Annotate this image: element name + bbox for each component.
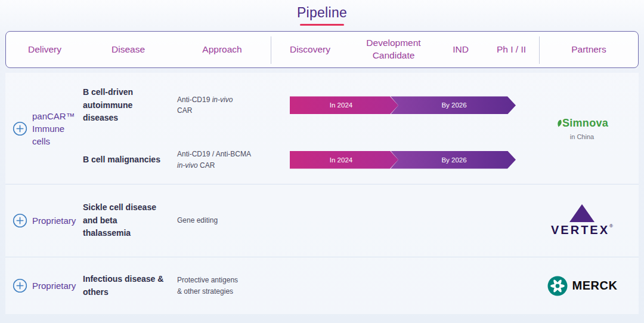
page-title: Pipeline (297, 5, 347, 21)
merck-circle-icon (547, 275, 568, 297)
program-cell: Proprietary (5, 278, 83, 293)
approach-line: Protective antigens (177, 275, 274, 286)
program-label: panCAR™ Immune cells (32, 110, 82, 147)
approach-line: in-vivo CAR (177, 160, 274, 171)
approach-text: Gene editing (166, 215, 280, 226)
disease-label: B cell malignancies (83, 153, 166, 167)
title-block: Pipeline (5, 0, 639, 31)
disease-label: B cell-driven autoimmune diseases (83, 86, 166, 125)
pipeline-row: B cell-driven autoimmune diseases Anti-C… (83, 86, 525, 125)
pipeline-row: B cell malignancies Anti-CD19 / Anti-BCM… (83, 149, 525, 171)
vertex-wordmark: VERTEX (551, 223, 609, 236)
vertex-logo: VERTEX® (551, 204, 613, 237)
program-cell: panCAR™ Immune cells (5, 110, 83, 147)
milestone-bar-by-2026: By 2026 (391, 151, 516, 169)
column-header-approach: Approach (173, 44, 271, 56)
entries: Sickle cell disease and beta thalassemia… (83, 189, 525, 252)
column-header-delivery: Delivery (6, 44, 83, 56)
pipeline-row: Infectious disease & others Protective a… (83, 273, 525, 299)
merck-wordmark: MERCK (572, 279, 618, 293)
approach-line: Anti-CD19 / Anti-BCMA (177, 149, 274, 160)
triangle-icon (569, 204, 595, 222)
pipeline-body: panCAR™ Immune cells B cell-driven autoi… (5, 73, 639, 314)
partner-cell: Simnova in China (525, 117, 639, 140)
approach-line: Anti-CD19 in-vivo (177, 94, 274, 106)
expand-plus-icon[interactable] (13, 213, 27, 228)
column-header-ind: IND (438, 44, 483, 56)
simnova-wordmark: Simnova (556, 117, 608, 130)
approach-line: & other strategies (177, 286, 274, 297)
pipeline-row-group-infectious: Proprietary Infectious disease & others … (5, 257, 639, 314)
partner-cell: MERCK (525, 275, 639, 297)
merck-logo: MERCK (547, 275, 618, 297)
approach-text: Anti-CD19 / Anti-BCMA in-vivo CAR (166, 149, 280, 171)
expand-plus-icon[interactable] (13, 121, 27, 136)
milestone-bar-in-2024: In 2024 (290, 96, 398, 114)
disease-label: Sickle cell disease and beta thalassemia (83, 201, 166, 240)
approach-line: Gene editing (177, 215, 274, 226)
title-underline (300, 24, 344, 26)
entries: B cell-driven autoimmune diseases Anti-C… (83, 74, 525, 183)
column-header-development-candidate: Development Candidate (349, 37, 438, 62)
column-header-partners: Partners (540, 44, 638, 56)
pipeline-row-group-pancar: panCAR™ Immune cells B cell-driven autoi… (5, 73, 639, 184)
program-label: Proprietary (32, 214, 76, 227)
simnova-logo: Simnova in China (556, 117, 608, 140)
timeline-track: In 2024 By 2026 (280, 96, 525, 114)
pipeline-row: Sickle cell disease and beta thalassemia… (83, 201, 525, 240)
entries: Infectious disease & others Protective a… (83, 261, 525, 310)
program-cell: Proprietary (5, 213, 83, 228)
pipeline-row-group-sickle-cell: Proprietary Sickle cell disease and beta… (5, 184, 639, 257)
program-label: Proprietary (32, 279, 76, 292)
column-header-ph-i-ii: Ph I / II (483, 44, 540, 56)
partner-note: in China (556, 133, 608, 140)
milestone-bar-by-2026: By 2026 (391, 96, 516, 114)
column-header-discovery: Discovery (271, 44, 349, 56)
pipeline-header: Delivery Disease Approach Discovery Deve… (5, 31, 639, 68)
milestone-bar-in-2024: In 2024 (290, 151, 398, 169)
partner-cell: VERTEX® (525, 204, 639, 237)
registered-mark: ® (609, 223, 613, 229)
pipeline-page: Pipeline Delivery Disease Approach Disco… (5, 0, 639, 314)
approach-line: CAR (177, 105, 274, 116)
approach-text: Anti-CD19 in-vivo CAR (166, 94, 280, 116)
expand-plus-icon[interactable] (13, 278, 27, 293)
approach-text: Protective antigens & other strategies (166, 275, 280, 297)
column-header-disease: Disease (83, 44, 173, 56)
timeline-track: In 2024 By 2026 (280, 151, 525, 169)
disease-label: Infectious disease & others (83, 273, 166, 299)
